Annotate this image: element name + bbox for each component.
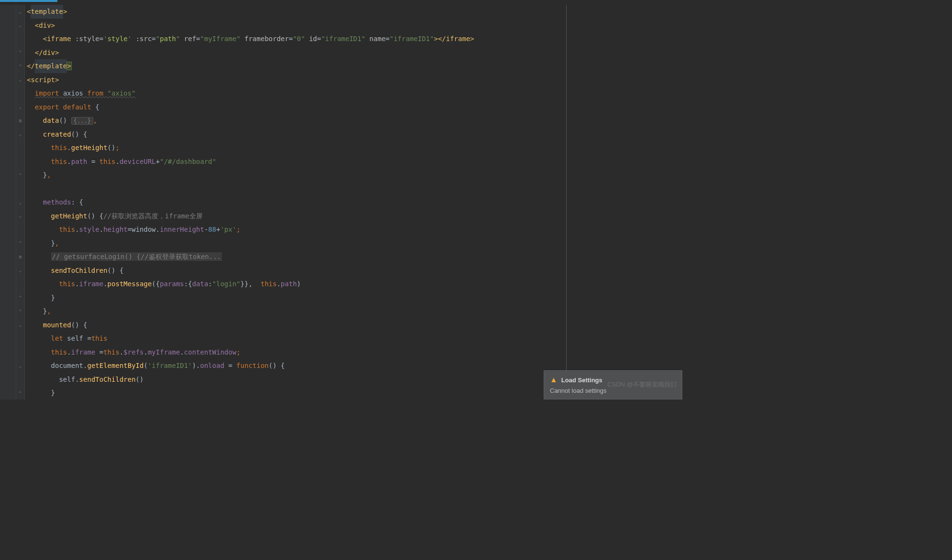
code-line[interactable]: </div> xyxy=(27,46,682,60)
fold-marker[interactable]: ⌃ xyxy=(16,59,24,73)
code-line[interactable]: getHeight() {//获取浏览器高度，iframe全屏 xyxy=(27,209,682,223)
right-margin-line xyxy=(566,5,567,399)
code-line[interactable]: <template> xyxy=(27,5,682,19)
code-line[interactable]: <script> xyxy=(27,73,682,87)
fold-marker[interactable]: ⌄ xyxy=(16,209,24,223)
code-line[interactable]: methods: { xyxy=(27,195,682,209)
code-line[interactable]: mounted() { xyxy=(27,318,682,332)
fold-marker xyxy=(16,155,24,169)
code-line[interactable]: </template> xyxy=(27,59,682,73)
active-tab-indicator xyxy=(0,0,57,2)
fold-marker xyxy=(16,373,24,387)
fold-column[interactable]: ⌄⌄⌃⌃⌄⌄⊞⌄⌃⌄⌄⌃⊞⌄⌃⌃⌄⌄⌃ xyxy=(16,5,25,399)
fold-marker[interactable]: ⌃ xyxy=(16,304,24,318)
fold-marker[interactable]: ⌄ xyxy=(16,100,24,114)
code-line[interactable]: this.getHeight(); xyxy=(27,141,682,155)
fold-marker xyxy=(16,332,24,345)
fold-marker[interactable]: ⌃ xyxy=(16,237,24,250)
code-line[interactable]: this.iframe.postMessage({params:{data:"l… xyxy=(27,277,682,291)
fold-marker[interactable]: ⌃ xyxy=(16,168,24,182)
fold-marker[interactable]: ⌄ xyxy=(16,73,24,87)
fold-marker[interactable]: ⌃ xyxy=(16,291,24,305)
fold-marker[interactable]: ⌄ xyxy=(16,5,24,19)
fold-marker xyxy=(16,345,24,359)
gutter xyxy=(0,5,16,399)
code-line[interactable]: }, xyxy=(27,168,682,182)
fold-marker xyxy=(16,141,24,155)
fold-marker[interactable]: ⌄ xyxy=(16,359,24,373)
fold-marker[interactable]: ⊞ xyxy=(16,250,24,264)
fold-marker xyxy=(16,223,24,237)
code-line[interactable]: created() { xyxy=(27,128,682,141)
fold-marker[interactable]: ⌃ xyxy=(16,386,24,399)
fold-marker[interactable]: ⌄ xyxy=(16,19,24,32)
fold-marker xyxy=(16,86,24,100)
code-line[interactable]: import axios from "axios" xyxy=(27,86,682,100)
code-line[interactable]: <div> xyxy=(27,19,682,32)
fold-marker xyxy=(16,182,24,196)
code-line[interactable] xyxy=(27,182,682,196)
code-line[interactable]: this.style.height=window.innerHeight-88+… xyxy=(27,223,682,237)
watermark: CSDN @不要睡觉哦我们 xyxy=(607,380,677,389)
fold-marker[interactable]: ⊞ xyxy=(16,114,24,128)
code-line[interactable]: data() {...}, xyxy=(27,114,682,128)
code-line[interactable]: let self =this xyxy=(27,332,682,345)
code-line[interactable]: sendToChildren() { xyxy=(27,264,682,278)
code-line[interactable]: }, xyxy=(27,237,682,250)
code-line[interactable]: // getsurfaceLogin() {//鉴权登录获取token... xyxy=(27,250,682,264)
fold-marker[interactable]: ⌄ xyxy=(16,128,24,141)
code-area[interactable]: <template> <div> <iframe :style='style' … xyxy=(25,5,682,399)
notification-title: Load Settings xyxy=(561,377,602,384)
code-line[interactable]: }, xyxy=(27,304,682,318)
fold-marker[interactable]: ⌄ xyxy=(16,195,24,209)
code-line[interactable]: <iframe :style='style' :src="path" ref="… xyxy=(27,32,682,46)
code-editor[interactable]: ⌄⌄⌃⌃⌄⌄⊞⌄⌃⌄⌄⌃⊞⌄⌃⌃⌄⌄⌃ <template> <div> <if… xyxy=(0,0,682,399)
code-line[interactable]: this.iframe =this.$refs.myIframe.content… xyxy=(27,345,682,359)
fold-marker[interactable]: ⌄ xyxy=(16,318,24,332)
code-line[interactable]: export default { xyxy=(27,100,682,114)
warning-icon: ▲ xyxy=(550,376,558,384)
fold-marker xyxy=(16,277,24,291)
code-line[interactable]: } xyxy=(27,291,682,305)
fold-marker[interactable]: ⌃ xyxy=(16,46,24,60)
fold-marker[interactable]: ⌄ xyxy=(16,264,24,278)
fold-marker xyxy=(16,32,24,46)
code-line[interactable]: this.path = this.deviceURL+"/#/dashboard… xyxy=(27,155,682,169)
